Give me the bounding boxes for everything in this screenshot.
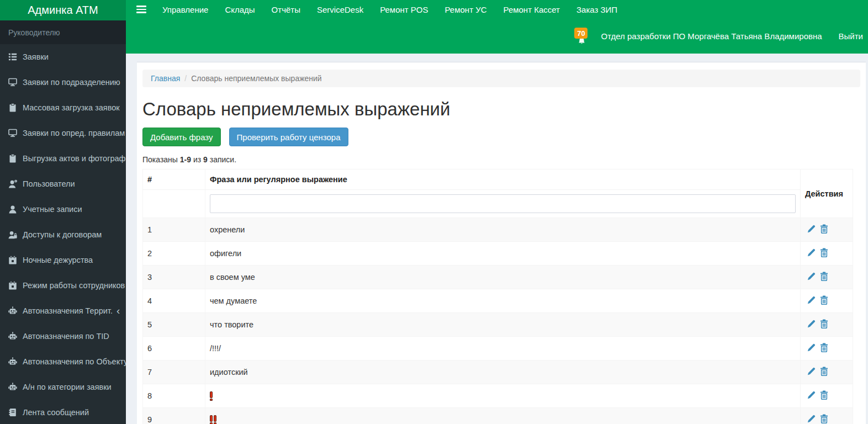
clipboard-icon xyxy=(8,103,17,112)
table-body: 1охренели2офигели3в своем уме4чем думает… xyxy=(143,218,853,424)
trash-icon xyxy=(819,319,829,328)
sidebar-item[interactable]: Ночные дежурства xyxy=(0,247,126,273)
trash-icon xyxy=(819,248,829,257)
sidebar-item[interactable]: Автоназначения по Объекту xyxy=(0,349,126,374)
table-row: 3в своем уме xyxy=(143,266,853,289)
summary-total: 9 xyxy=(203,155,208,164)
trash-icon xyxy=(819,343,829,352)
clipboard-icon xyxy=(8,154,17,163)
breadcrumb-home-link[interactable]: Главная xyxy=(151,74,180,83)
pencil-icon xyxy=(807,272,816,281)
robot-icon xyxy=(8,306,17,315)
pencil-icon xyxy=(807,390,816,400)
delete-button[interactable] xyxy=(819,390,829,401)
results-summary: Показаны 1-9 из 9 записи. xyxy=(142,155,860,164)
delete-button[interactable] xyxy=(819,272,829,283)
table-row: 7идиотский xyxy=(143,361,853,384)
row-number: 4 xyxy=(143,289,205,313)
phrase-cell: что творите xyxy=(205,313,801,337)
book-icon xyxy=(8,408,17,417)
row-number: 3 xyxy=(143,266,205,289)
sidebar-item[interactable]: Массовая загрузка заявок xyxy=(0,95,126,120)
main-menu-row: УправлениеСкладыОтчётыServiceDeskРемонт … xyxy=(126,0,868,19)
edit-button[interactable] xyxy=(807,390,816,401)
nav-item[interactable]: Ремонт POS xyxy=(372,5,436,14)
column-header-num: # xyxy=(143,169,205,190)
phrases-table: # Фраза или регулярное выражение Действи… xyxy=(142,169,853,424)
breadcrumb: Главная / Словарь неприемлемых выражений xyxy=(142,70,860,87)
app-logo[interactable]: Админка АТМ xyxy=(0,0,126,20)
row-number: 9 xyxy=(143,408,205,424)
hamburger-menu-icon[interactable] xyxy=(136,6,146,13)
logout-link[interactable]: Выйти xyxy=(839,31,865,41)
content-area: Главная / Словарь неприемлемых выражений… xyxy=(126,54,868,424)
user-menu[interactable]: Отдел разработки ПО Моргачёва Татьяна Вл… xyxy=(601,31,822,41)
top-nav-items: УправлениеСкладыОтчётыServiceDeskРемонт … xyxy=(154,5,626,14)
nav-item[interactable]: Ремонт Кассет xyxy=(495,5,568,14)
sidebar-item[interactable]: Режим работы сотрудников xyxy=(0,273,126,298)
trash-icon xyxy=(819,390,829,400)
sidebar-item-label: Учетные записи xyxy=(23,205,82,214)
sidebar-item[interactable]: Автоназначения Террит.‹ xyxy=(0,298,126,324)
edit-button[interactable] xyxy=(807,367,816,378)
table-row: 2офигели xyxy=(143,242,853,266)
sidebar-item[interactable]: Пользователи xyxy=(0,171,126,197)
filter-cell-phrase xyxy=(205,190,801,218)
edit-button[interactable] xyxy=(807,248,816,259)
filter-cell-num xyxy=(143,190,205,218)
delete-button[interactable] xyxy=(819,414,829,424)
pencil-icon xyxy=(807,367,816,376)
red-exclamation-icon xyxy=(210,391,213,401)
nav-item[interactable]: Заказ ЗИП xyxy=(568,5,626,14)
sidebar-item[interactable]: Лента сообщений xyxy=(0,400,126,424)
desktop-icon xyxy=(8,78,17,87)
edit-button[interactable] xyxy=(807,295,816,306)
trash-icon xyxy=(819,367,829,376)
delete-button[interactable] xyxy=(819,367,829,378)
nav-item[interactable]: Управление xyxy=(154,5,216,14)
delete-button[interactable] xyxy=(819,295,829,306)
sidebar-item-label: Лента сообщений xyxy=(23,408,89,417)
check-censor-button[interactable]: Проверить работу цензора xyxy=(229,128,348,146)
add-phrase-button[interactable]: Добавить фразу xyxy=(142,128,221,146)
nav-item[interactable]: ServiceDesk xyxy=(309,5,372,14)
nav-item[interactable]: Склады xyxy=(216,5,263,14)
nav-item[interactable]: Ремонт УС xyxy=(437,5,495,14)
sidebar-item[interactable]: Заявки по подразделению xyxy=(0,70,126,95)
nav-item[interactable]: Отчёты xyxy=(263,5,309,14)
robot-icon xyxy=(8,383,17,391)
table-row: 4чем думаете xyxy=(143,289,853,313)
trash-icon xyxy=(819,272,829,281)
sidebar-item-label: А/н по категории заявки xyxy=(23,383,112,391)
sidebar-item[interactable]: Доступы к договорам xyxy=(0,222,126,247)
edit-button[interactable] xyxy=(807,272,816,283)
notifications-badge: 70 xyxy=(574,28,588,39)
sidebar-item[interactable]: Учетные записи xyxy=(0,197,126,222)
sidebar-item[interactable]: Заявки xyxy=(0,44,126,70)
phrase-filter-input[interactable] xyxy=(210,194,796,213)
edit-button[interactable] xyxy=(807,414,816,424)
phrase-cell: чем думаете xyxy=(205,289,801,313)
edit-button[interactable] xyxy=(807,343,816,354)
notifications-button[interactable]: 70 xyxy=(574,28,591,44)
edit-button[interactable] xyxy=(807,319,816,330)
sidebar-item[interactable]: А/н по категории заявки xyxy=(0,374,126,400)
pencil-icon xyxy=(807,319,816,328)
delete-button[interactable] xyxy=(819,343,829,354)
edit-button[interactable] xyxy=(807,224,816,235)
sidebar-item-label: Заявки по опред. правилам xyxy=(23,129,125,137)
sidebar-item[interactable]: Автоназначения по TID xyxy=(0,324,126,349)
row-number: 1 xyxy=(143,218,205,242)
delete-button[interactable] xyxy=(819,248,829,259)
sidebar-section-header: Руководителю xyxy=(0,20,126,44)
sidebar-item-label: Автоназначения Террит. xyxy=(23,306,113,315)
delete-button[interactable] xyxy=(819,319,829,330)
column-header-phrase: Фраза или регулярное выражение xyxy=(205,169,801,190)
sidebar-item-label: Ночные дежурства xyxy=(23,256,93,264)
pencil-icon xyxy=(807,248,816,257)
delete-button[interactable] xyxy=(819,224,829,235)
sidebar-item[interactable]: Заявки по опред. правилам xyxy=(0,120,126,146)
table-row: 1охренели xyxy=(143,218,853,242)
sidebar-item[interactable]: Выгрузка актов и фотографи xyxy=(0,146,126,171)
phrase-cell: /!!!/ xyxy=(205,337,801,361)
